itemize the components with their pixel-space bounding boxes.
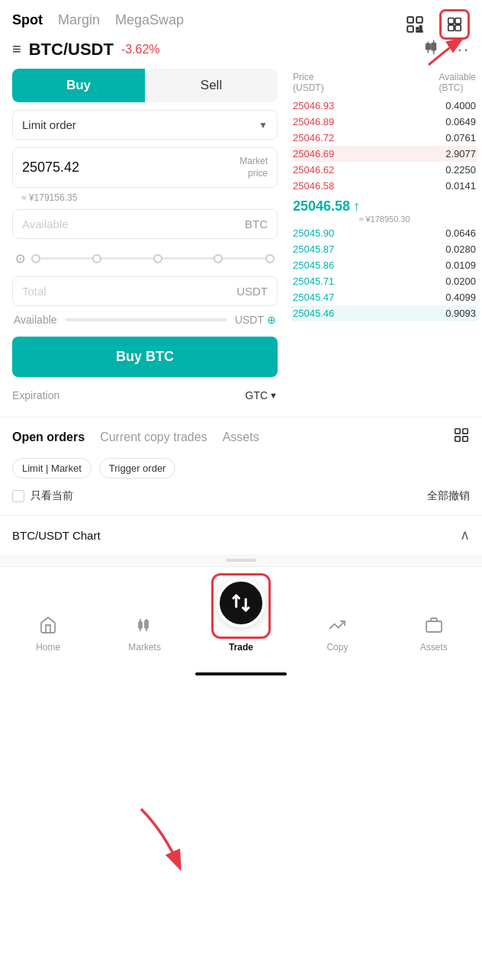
svg-rect-6 — [448, 18, 454, 24]
ask-row[interactable]: 25046.72 0.0761 — [293, 130, 476, 146]
only-current-row: 只看当前 全部撤销 — [12, 489, 470, 503]
ask-row-highlighted[interactable]: 25046.69 2.9077 — [291, 146, 477, 162]
only-current-checkbox[interactable] — [12, 490, 24, 502]
svg-rect-12 — [426, 44, 430, 49]
menu-icon[interactable]: ≡ — [12, 40, 21, 58]
bid-row[interactable]: 25045.87 0.0280 — [293, 241, 476, 257]
pair-title-right: ··· — [423, 39, 470, 60]
slider-track[interactable] — [31, 257, 275, 260]
svg-rect-14 — [432, 44, 436, 50]
home-bar — [195, 672, 287, 675]
more-icon[interactable]: ··· — [451, 40, 470, 60]
buy-button[interactable]: Buy — [12, 69, 145, 102]
pair-change: -3.62% — [121, 43, 160, 56]
tab-margin[interactable]: Margin — [58, 12, 100, 28]
btc-label: BTC — [245, 218, 268, 230]
orderbook-header: Price(USDT) Available(BTC) — [293, 69, 476, 98]
total-input-row[interactable]: Total USDT — [12, 276, 278, 306]
bid-row[interactable]: 25045.47 0.4099 — [293, 289, 476, 305]
trade-fab-button[interactable] — [217, 579, 265, 627]
dropdown-arrow-icon: ▼ — [259, 120, 268, 131]
svg-rect-0 — [407, 17, 413, 23]
home-label: Home — [36, 642, 60, 653]
filter-limit-market[interactable]: Limit | Market — [12, 458, 92, 479]
left-panel: Buy Sell Limit order ▼ Marketprice ≈ ¥17… — [0, 69, 290, 405]
drag-handle-area — [0, 554, 482, 566]
bid-row[interactable]: 25045.86 0.0109 — [293, 257, 476, 273]
order-type-label: Limit order — [22, 118, 259, 131]
orders-expand-icon[interactable] — [453, 427, 470, 447]
buy-sell-toggle: Buy Sell — [12, 69, 278, 102]
gtc-arrow-icon: ▼ — [269, 391, 278, 400]
ask-row[interactable]: 25046.58 0.0141 — [293, 178, 476, 194]
ask-row[interactable]: 25046.93 0.4000 — [293, 98, 476, 114]
main-content: Buy Sell Limit order ▼ Marketprice ≈ ¥17… — [0, 63, 482, 411]
svg-rect-9 — [455, 25, 461, 31]
cancel-all-button[interactable]: 全部撤销 — [427, 489, 470, 503]
nav-trade[interactable]: Trade — [193, 573, 289, 653]
gtc-dropdown[interactable]: GTC ▼ — [246, 389, 278, 401]
pair-name[interactable]: BTC/USDT — [29, 40, 114, 60]
ob-price-header: Price(USDT) — [293, 72, 324, 93]
bid-row[interactable]: 25045.71 0.0200 — [293, 273, 476, 289]
svg-rect-2 — [407, 26, 413, 32]
price-up-arrow: ↑ — [353, 198, 360, 214]
gtc-label: GTC — [246, 389, 268, 401]
slider-icon: ⊙ — [15, 251, 25, 266]
nav-assets[interactable]: Assets — [386, 616, 482, 653]
expiration-row: Expiration GTC ▼ — [12, 386, 278, 405]
orders-tabs: Open orders Current copy trades Assets — [12, 427, 470, 447]
svg-rect-5 — [416, 31, 423, 32]
trade-arrow-annotation — [118, 801, 210, 881]
nav-markets[interactable]: Markets — [96, 616, 192, 653]
layout-icon-btn[interactable] — [439, 9, 470, 40]
market-price-label: Marketprice — [239, 156, 268, 179]
home-icon — [39, 616, 57, 639]
svg-rect-24 — [426, 621, 442, 632]
orderbook-bids: 25045.90 0.0646 25045.87 0.0280 25045.86… — [293, 225, 476, 321]
available-text: Available — [14, 314, 57, 326]
trade-label: Trade — [229, 642, 253, 653]
sell-button[interactable]: Sell — [145, 69, 278, 102]
balance-indicator — [65, 318, 227, 321]
nav-copy[interactable]: Copy — [289, 616, 385, 653]
tab-spot[interactable]: Spot — [12, 12, 43, 28]
svg-rect-17 — [455, 437, 460, 441]
header-icons — [400, 9, 470, 40]
filter-trigger-order[interactable]: Trigger order — [99, 458, 176, 479]
ob-qty-header: Available(BTC) — [439, 72, 476, 93]
ask-row[interactable]: 25046.89 0.0649 — [293, 114, 476, 130]
bid-row-highlighted[interactable]: 25045.46 0.9093 — [291, 305, 477, 321]
wallet-icon: ⊕ — [267, 314, 276, 326]
svg-rect-7 — [455, 18, 461, 24]
order-type-dropdown[interactable]: Limit order ▼ — [12, 110, 278, 140]
assets-label: Assets — [420, 642, 448, 653]
slider-thumb[interactable] — [31, 254, 40, 263]
chart-chevron-icon: ∧ — [460, 527, 470, 543]
usdt-label: USDT — [236, 285, 268, 298]
chart-banner[interactable]: BTC/USDT Chart ∧ — [0, 515, 482, 554]
total-placeholder: Total — [22, 285, 236, 298]
price-input-row: Marketprice — [12, 147, 278, 188]
buy-btc-button[interactable]: Buy BTC — [12, 337, 278, 377]
drag-handle — [226, 559, 256, 562]
expiration-label: Expiration — [12, 389, 246, 401]
candlestick-icon[interactable] — [423, 39, 439, 60]
tab-megaswap[interactable]: MegaSwap — [115, 12, 184, 28]
available-amount-input[interactable]: Available BTC — [12, 209, 278, 239]
assets-icon — [425, 616, 443, 639]
nav-home[interactable]: Home — [0, 616, 96, 653]
tab-assets[interactable]: Assets — [223, 430, 259, 444]
only-current-label: 只看当前 — [31, 489, 73, 503]
ask-row[interactable]: 25046.62 0.2250 — [293, 162, 476, 178]
amount-slider[interactable]: ⊙ — [12, 247, 278, 270]
scan-icon-btn[interactable] — [400, 9, 430, 40]
right-panel: Price(USDT) Available(BTC) 25046.93 0.40… — [290, 69, 482, 405]
price-input[interactable] — [22, 160, 233, 176]
bid-row[interactable]: 25045.90 0.0646 — [293, 225, 476, 241]
svg-rect-16 — [463, 429, 468, 434]
current-price-display: 25046.58 ↑ ≈ ¥178950.30 — [293, 194, 476, 225]
tab-open-orders[interactable]: Open orders — [12, 430, 85, 444]
trade-fab-container[interactable] — [211, 573, 271, 639]
tab-copy-trades[interactable]: Current copy trades — [100, 430, 207, 444]
